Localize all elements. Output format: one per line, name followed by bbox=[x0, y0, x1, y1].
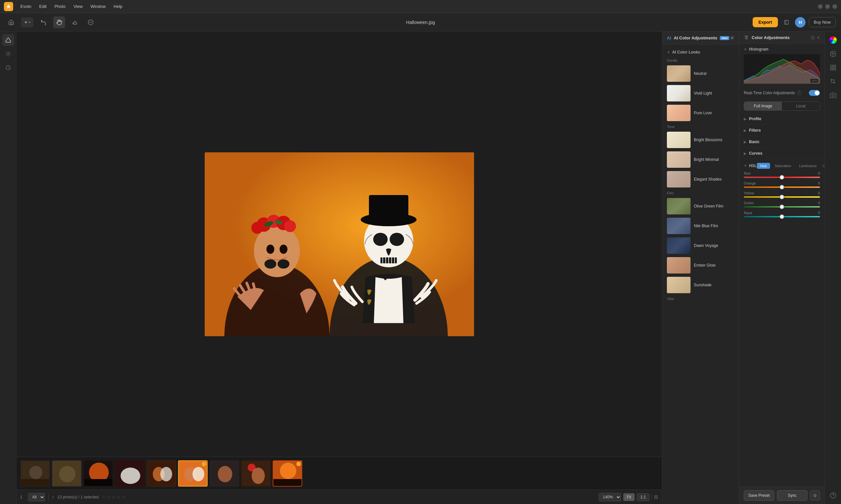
realtime-toggle[interactable] bbox=[809, 90, 820, 96]
window-minimize[interactable] bbox=[818, 4, 823, 9]
camera-icon[interactable] bbox=[827, 89, 839, 101]
canvas-main[interactable] bbox=[16, 32, 662, 457]
color-wheel-icon[interactable] bbox=[827, 34, 839, 46]
hue-tab[interactable]: Hue bbox=[757, 163, 770, 169]
look-dawn-voyage[interactable]: Dawn Voyage bbox=[662, 236, 739, 255]
filters-header[interactable]: ▶ Filters bbox=[739, 125, 825, 136]
star-1[interactable]: ☆ bbox=[102, 494, 106, 500]
curves-header[interactable]: ▶ Curves bbox=[739, 148, 825, 159]
help-circle-icon[interactable] bbox=[827, 489, 839, 501]
menu-photo[interactable]: Photo bbox=[51, 3, 69, 10]
look-elegant-shades[interactable]: Elegant Shades bbox=[662, 169, 739, 189]
look-neutral[interactable]: Neutral bbox=[662, 64, 739, 84]
menu-edit[interactable]: Edit bbox=[36, 3, 50, 10]
export-options-icon[interactable] bbox=[781, 17, 792, 28]
yellow-slider-thumb[interactable] bbox=[779, 195, 784, 199]
face-icon[interactable] bbox=[827, 48, 839, 60]
save-preset-button[interactable]: Save Preset bbox=[744, 490, 774, 501]
help-icon[interactable] bbox=[827, 489, 839, 501]
bottom-buttons: Save Preset Sync ⚙ bbox=[739, 487, 825, 504]
grid-view-button[interactable]: ⊞ bbox=[654, 494, 658, 500]
zoom-select[interactable]: 140% bbox=[599, 493, 621, 501]
star-2[interactable]: ☆ bbox=[107, 494, 111, 500]
look-ember-glow[interactable]: Ember Glow bbox=[662, 255, 739, 275]
eraser-tool[interactable] bbox=[69, 16, 81, 28]
look-bright-blossoms[interactable]: Bright Blossoms bbox=[662, 130, 739, 150]
bottom-settings-button[interactable]: ⚙ bbox=[810, 490, 820, 500]
look-olive-green[interactable]: Olive Green Film bbox=[662, 196, 739, 216]
film-thumbnail[interactable] bbox=[52, 460, 82, 487]
hsl-reset-button[interactable]: ↺ bbox=[822, 163, 825, 169]
menu-evoto[interactable]: Evoto bbox=[17, 3, 35, 10]
basic-header[interactable]: ▶ Basic bbox=[739, 136, 825, 147]
grid-icon[interactable] bbox=[827, 62, 839, 74]
ratio-button[interactable]: 1:1 bbox=[637, 493, 649, 501]
local-button[interactable]: Local bbox=[782, 102, 820, 110]
look-sunshade[interactable]: Sunshade bbox=[662, 275, 739, 295]
star-4[interactable]: ☆ bbox=[117, 494, 121, 500]
realtime-info-icon[interactable]: ? bbox=[797, 91, 802, 95]
curves-label: Curves bbox=[749, 151, 763, 156]
film-thumbnail[interactable] bbox=[146, 460, 176, 487]
info-icon[interactable]: ℹ bbox=[20, 494, 22, 500]
collapse-icon[interactable]: ∧ bbox=[817, 35, 820, 40]
green-slider[interactable] bbox=[744, 206, 820, 208]
look-bright-minimal[interactable]: Bright Minimal bbox=[662, 150, 739, 169]
film-thumbnail[interactable] bbox=[20, 460, 50, 487]
ai-panel-header: Ai AI Color Adjustments New ✕ bbox=[662, 32, 739, 44]
look-vivid-light[interactable]: Vivid Light bbox=[662, 84, 739, 103]
undo-button[interactable] bbox=[37, 16, 49, 28]
film-thumbnail[interactable] bbox=[115, 460, 144, 487]
sync-button[interactable]: Sync bbox=[777, 490, 807, 501]
luminance-tab[interactable]: Luminance bbox=[796, 163, 820, 169]
svg-point-49 bbox=[193, 467, 204, 481]
pan-tool[interactable] bbox=[53, 16, 65, 28]
crop-icon[interactable] bbox=[827, 75, 839, 87]
aqua-slider[interactable] bbox=[744, 216, 820, 217]
buy-now-button[interactable]: Buy Now bbox=[809, 17, 836, 27]
sidebar-icon-triangle[interactable] bbox=[2, 34, 14, 46]
color-picker-tool[interactable] bbox=[85, 16, 97, 28]
red-slider-thumb[interactable] bbox=[779, 175, 784, 180]
menu-view[interactable]: View bbox=[70, 3, 86, 10]
film-thumbnail-selected[interactable] bbox=[178, 460, 208, 487]
red-slider[interactable] bbox=[744, 177, 820, 178]
adjustments-icon bbox=[744, 35, 749, 40]
close-button[interactable]: ✕ bbox=[730, 35, 734, 41]
aqua-slider-thumb[interactable] bbox=[779, 214, 784, 219]
look-nile-blue[interactable]: Nile Blue Film bbox=[662, 216, 739, 236]
sidebar-icon-filter[interactable] bbox=[2, 48, 14, 60]
scope-buttons: Full Image Local bbox=[744, 102, 820, 111]
saturation-tab[interactable]: Saturation bbox=[771, 163, 794, 169]
sort-button[interactable]: ↕ bbox=[52, 494, 54, 499]
window-maximize[interactable] bbox=[825, 4, 830, 9]
menu-window[interactable]: Window bbox=[87, 3, 109, 10]
star-3[interactable]: ☆ bbox=[112, 494, 116, 500]
look-pure-love[interactable]: Pure Love bbox=[662, 103, 739, 123]
film-thumbnail[interactable] bbox=[210, 460, 239, 487]
expand-icon[interactable]: ⊡ bbox=[811, 35, 815, 40]
export-button[interactable]: Export bbox=[753, 17, 778, 27]
star-5[interactable]: ☆ bbox=[122, 494, 126, 500]
svg-point-17 bbox=[278, 259, 290, 269]
fit-button[interactable]: Fit bbox=[623, 493, 635, 501]
profile-section: ▶ Profile bbox=[739, 113, 825, 125]
home-button[interactable] bbox=[5, 16, 17, 28]
green-slider-thumb[interactable] bbox=[779, 204, 784, 209]
menu-help[interactable]: Help bbox=[110, 3, 126, 10]
ai-color-looks-header[interactable]: ▼ AI Color Looks bbox=[662, 47, 739, 56]
yellow-slider[interactable] bbox=[744, 196, 820, 198]
sidebar-icon-history[interactable] bbox=[2, 62, 14, 74]
photo-count: 13 photo(s) / 1 selected bbox=[57, 495, 99, 499]
film-thumbnail[interactable] bbox=[84, 460, 113, 487]
film-thumbnail[interactable] bbox=[241, 460, 271, 487]
orange-slider-thumb[interactable] bbox=[779, 185, 784, 190]
filter-select[interactable]: All bbox=[28, 493, 45, 501]
orange-slider[interactable] bbox=[744, 186, 820, 188]
profile-header[interactable]: ▶ Profile bbox=[739, 113, 825, 124]
full-image-button[interactable]: Full Image bbox=[744, 102, 782, 110]
add-button[interactable]: + ▾ bbox=[21, 17, 34, 27]
window-close[interactable] bbox=[833, 4, 837, 9]
star-rating[interactable]: ☆ ☆ ☆ ☆ ☆ bbox=[102, 494, 126, 500]
film-thumbnail[interactable] bbox=[273, 460, 302, 487]
